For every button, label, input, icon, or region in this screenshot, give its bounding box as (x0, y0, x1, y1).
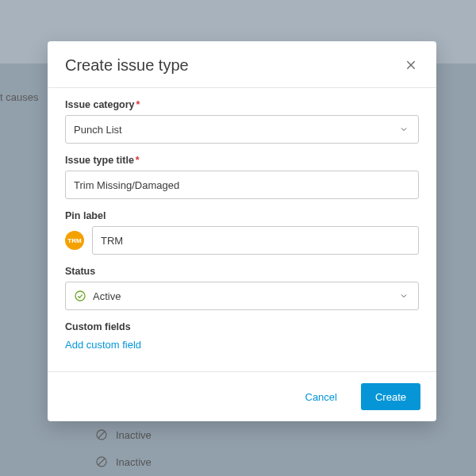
modal-title: Create issue type (65, 56, 189, 75)
status-field: Status Active (65, 266, 419, 310)
modal-footer: Cancel Create (48, 371, 436, 421)
inactive-label: Inactive (116, 456, 152, 468)
issue-title-field: Issue type title* (65, 155, 419, 199)
issue-category-label: Issue category* (65, 99, 419, 110)
background-list-item: Inactive (95, 455, 152, 468)
chevron-down-icon (399, 291, 409, 301)
custom-fields-label: Custom fields (65, 321, 419, 332)
background-label: t causes (0, 91, 38, 103)
add-custom-field-link[interactable]: Add custom field (65, 339, 141, 351)
custom-fields-section: Custom fields Add custom field (65, 321, 419, 351)
issue-title-input[interactable] (65, 171, 419, 199)
pin-chip: TRM (65, 231, 84, 250)
status-select[interactable]: Active (65, 282, 419, 310)
create-issue-type-modal: Create issue type Issue category* Punch … (48, 41, 436, 421)
modal-body: Issue category* Punch List Issue type ti… (48, 88, 436, 365)
status-label: Status (65, 266, 419, 277)
background-list: Inactive Inactive (95, 414, 152, 468)
inactive-label: Inactive (116, 429, 152, 441)
issue-category-field: Issue category* Punch List (65, 99, 419, 144)
status-value: Active (93, 290, 121, 302)
cancel-button[interactable]: Cancel (291, 383, 351, 410)
inactive-icon (95, 455, 108, 468)
chevron-down-icon (399, 125, 409, 134)
inactive-icon (95, 428, 108, 441)
issue-title-label: Issue type title* (65, 155, 419, 166)
background-list-item: Inactive (95, 428, 152, 441)
issue-category-value: Punch List (74, 124, 399, 136)
modal-header: Create issue type (48, 41, 436, 88)
close-button[interactable] (401, 56, 420, 75)
pin-label-field: Pin label TRM (65, 210, 419, 255)
svg-line-3 (98, 459, 105, 465)
issue-category-select[interactable]: Punch List (65, 115, 419, 144)
svg-line-1 (98, 432, 105, 438)
svg-point-6 (75, 291, 85, 301)
pin-label-input[interactable] (92, 226, 419, 255)
close-icon (405, 59, 417, 71)
create-button[interactable]: Create (361, 383, 420, 410)
pin-label-label: Pin label (65, 210, 419, 221)
check-circle-icon (74, 290, 86, 302)
